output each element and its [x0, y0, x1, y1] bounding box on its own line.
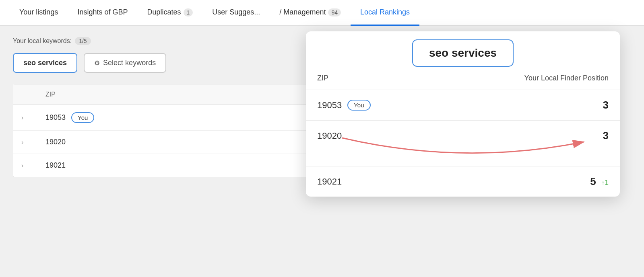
zip-cell: 19021 — [45, 161, 310, 170]
popup-row: 19020 3 — [306, 121, 620, 166]
top-navigation: Your listings Insights of GBP Duplicates… — [0, 0, 644, 26]
zip-table: ZIP › 19053 You › 19020 › 19021 — [13, 84, 319, 177]
nav-insights-gbp[interactable]: Insights of GBP — [68, 0, 137, 26]
popup-panel: seo services ZIP Your Local Finder Posit… — [306, 31, 620, 197]
nav-management[interactable]: / Management 94 — [270, 0, 351, 26]
table-row[interactable]: › 19053 You — [13, 105, 318, 131]
arrow-up-icon: ↑ — [601, 179, 605, 186]
popup-header-position: Your Local Finder Position — [463, 74, 609, 82]
popup-table-header: ZIP Your Local Finder Position — [306, 67, 620, 90]
popup-position: 5 ↑1 — [463, 175, 609, 188]
table-header: ZIP — [13, 84, 318, 105]
nav-duplicates[interactable]: Duplicates 1 — [137, 0, 202, 26]
chevron-right-icon: › — [21, 114, 45, 121]
nav-user-suggests[interactable]: User Sugges... — [202, 0, 270, 26]
popup-header-bar: seo services — [306, 31, 620, 67]
gear-icon: ⚙ — [94, 59, 100, 67]
nav-your-listings[interactable]: Your listings — [10, 0, 68, 26]
seo-services-button[interactable]: seo services — [13, 53, 77, 73]
popup-position: 3 — [463, 129, 609, 142]
zip-cell: 19053 You — [45, 112, 310, 123]
table-row[interactable]: › 19021 — [13, 154, 318, 177]
you-badge: You — [347, 100, 370, 111]
you-badge: You — [71, 112, 94, 123]
popup-header-zip: ZIP — [317, 74, 463, 82]
chevron-right-icon: › — [21, 162, 45, 169]
position-change: ↑1 — [601, 179, 609, 187]
popup-zip-cell: 19053 You — [317, 100, 463, 111]
popup-zip-cell: 19020 — [317, 131, 463, 141]
table-header-col2: ZIP — [45, 91, 310, 98]
zip-cell: 19020 — [45, 138, 310, 146]
chevron-right-icon: › — [21, 139, 45, 146]
popup-rows: 19053 You 3 19020 3 — [306, 90, 620, 197]
popup-row: 19053 You 3 — [306, 90, 620, 121]
table-header-col1 — [21, 91, 45, 98]
popup-zip-cell: 19021 — [317, 176, 463, 187]
main-content: Your local keywords: 1/5 seo services ⚙ … — [0, 26, 644, 189]
popup-keyword-box: seo services — [412, 39, 514, 67]
keywords-count-badge: 1/5 — [75, 37, 91, 45]
popup-row: 19021 5 ↑1 — [306, 166, 620, 197]
duplicates-badge: 1 — [184, 8, 193, 16]
popup-position: 3 — [463, 99, 609, 111]
nav-local-rankings[interactable]: Local Rankings — [351, 0, 419, 26]
management-badge: 94 — [328, 8, 341, 16]
table-row[interactable]: › 19020 — [13, 131, 318, 154]
select-keywords-button[interactable]: ⚙ Select keywords — [84, 53, 166, 73]
